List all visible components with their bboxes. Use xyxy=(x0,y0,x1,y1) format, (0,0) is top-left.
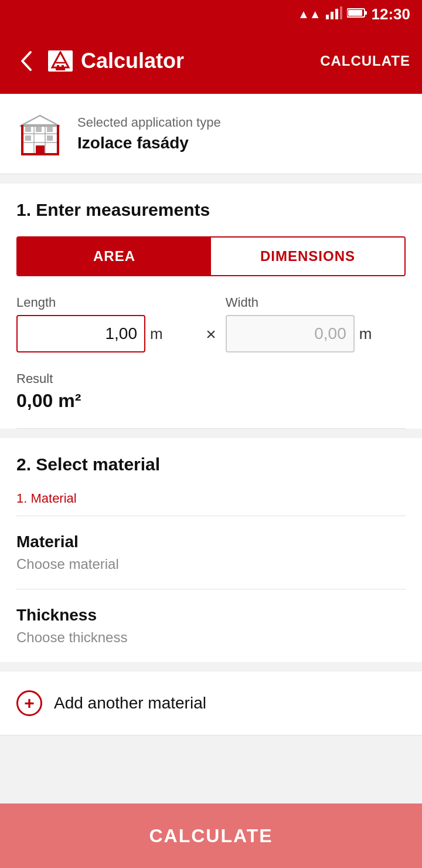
svg-rect-12 xyxy=(62,65,64,68)
bottom-calculate-label: CALCULATE xyxy=(149,825,273,847)
width-input-row: m xyxy=(226,315,406,352)
measurement-toggle[interactable]: AREA DIMENSIONS xyxy=(16,236,406,276)
material-chooser[interactable]: Choose material xyxy=(16,556,406,589)
length-label: Length xyxy=(16,295,196,310)
app-type-name: Izolace fasády xyxy=(77,134,221,152)
svg-rect-25 xyxy=(57,125,59,154)
svg-rect-24 xyxy=(21,125,23,154)
svg-rect-21 xyxy=(47,127,53,132)
app-type-icon xyxy=(16,110,63,157)
status-bar: ▲▲ 12:30 xyxy=(0,0,422,28)
toggle-dimensions[interactable]: DIMENSIONS xyxy=(211,238,404,275)
material-row: Material Choose material xyxy=(16,516,406,589)
material-title: 2. Select material xyxy=(16,455,406,491)
wifi-icon: ▲▲ xyxy=(298,8,321,21)
svg-rect-0 xyxy=(326,15,329,19)
top-bar: Calculator CALCULATE xyxy=(0,28,422,94)
app-title: Calculator xyxy=(81,49,184,73)
multiply-sign: × xyxy=(206,324,216,352)
svg-rect-2 xyxy=(335,9,338,19)
signal-icon xyxy=(326,6,342,22)
measurements-section: 1. Enter measurements AREA DIMENSIONS Le… xyxy=(0,184,422,429)
width-input[interactable] xyxy=(226,315,355,352)
result-section: Result 0,00 m² xyxy=(16,362,406,429)
length-unit: m xyxy=(150,325,163,343)
result-value: 0,00 m² xyxy=(16,390,406,412)
svg-rect-6 xyxy=(348,10,362,16)
thickness-row: Thickness Choose thickness xyxy=(16,589,406,662)
width-label: Width xyxy=(226,295,406,310)
status-time: 12:30 xyxy=(372,5,411,23)
material-field-label: Material xyxy=(16,533,406,551)
result-label: Result xyxy=(16,371,406,386)
svg-rect-19 xyxy=(25,127,31,132)
material-section: 2. Select material 1. Material Material … xyxy=(0,438,422,662)
svg-rect-1 xyxy=(331,12,333,19)
status-icons: ▲▲ 12:30 xyxy=(298,5,410,23)
thickness-chooser[interactable]: Choose thickness xyxy=(16,629,406,646)
toggle-area[interactable]: AREA xyxy=(18,238,211,275)
length-group: Length m xyxy=(16,295,196,352)
svg-rect-11 xyxy=(57,65,59,68)
material-number-label: 1. Material xyxy=(16,491,406,516)
svg-rect-27 xyxy=(36,145,45,155)
add-material-label: Add another material xyxy=(54,694,206,713)
svg-rect-22 xyxy=(25,135,31,141)
bottom-calculate-button[interactable]: CALCULATE xyxy=(0,803,422,868)
thickness-field-label: Thickness xyxy=(16,606,406,625)
svg-rect-5 xyxy=(365,11,367,15)
measurements-title: 1. Enter measurements xyxy=(16,200,406,236)
svg-rect-20 xyxy=(36,127,42,132)
back-button[interactable] xyxy=(12,45,43,77)
dimension-row: Length m × Width m xyxy=(16,295,406,352)
length-input-row: m xyxy=(16,315,196,352)
content-area: Selected application type Izolace fasády… xyxy=(0,94,422,868)
length-input[interactable] xyxy=(16,315,145,352)
title-area: Calculator xyxy=(48,49,320,73)
app-logo xyxy=(48,50,73,72)
app-type-label: Selected application type xyxy=(77,115,221,130)
svg-rect-23 xyxy=(47,135,53,141)
width-group: Width m xyxy=(226,295,406,352)
add-material-icon: + xyxy=(16,690,42,716)
svg-rect-3 xyxy=(340,6,342,19)
calculate-top-button[interactable]: CALCULATE xyxy=(320,48,410,74)
add-material-row[interactable]: + Add another material xyxy=(0,672,422,735)
width-unit: m xyxy=(359,325,372,343)
battery-icon xyxy=(347,8,367,21)
app-type-info: Selected application type Izolace fasády xyxy=(77,115,221,152)
app-type-card: Selected application type Izolace fasády xyxy=(0,94,422,174)
